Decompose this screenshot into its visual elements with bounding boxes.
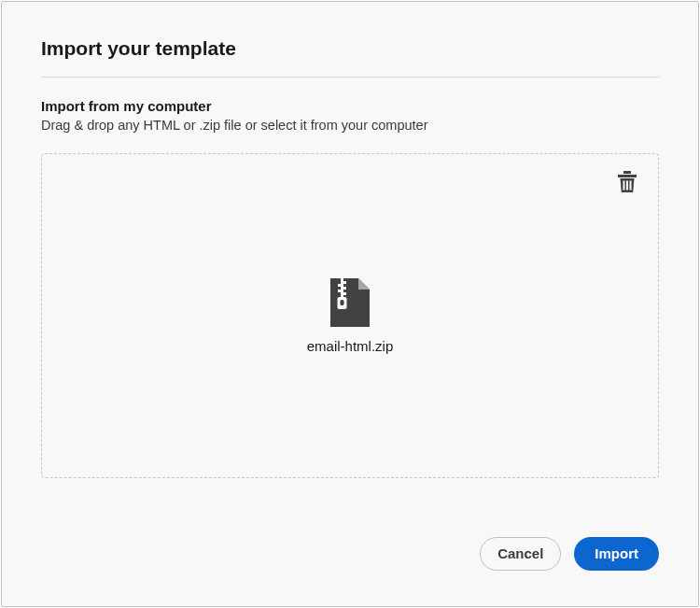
svg-rect-0 xyxy=(618,175,637,177)
svg-rect-8 xyxy=(343,287,346,290)
dialog-title: Import your template xyxy=(41,37,659,60)
svg-rect-1 xyxy=(623,171,631,174)
dialog-footer: Cancel Import xyxy=(480,537,659,571)
delete-file-button[interactable] xyxy=(617,171,637,197)
section-description: Drag & drop any HTML or .zip file or sel… xyxy=(41,118,659,133)
svg-rect-5 xyxy=(341,278,343,297)
svg-rect-10 xyxy=(343,292,346,295)
svg-rect-3 xyxy=(626,181,628,191)
svg-rect-6 xyxy=(343,281,346,284)
zip-file-icon xyxy=(330,278,370,327)
svg-rect-7 xyxy=(338,284,341,287)
file-name: email-html.zip xyxy=(307,338,394,354)
svg-rect-9 xyxy=(338,290,341,292)
uploaded-file: email-html.zip xyxy=(307,278,394,354)
svg-rect-12 xyxy=(341,300,344,305)
divider xyxy=(41,77,659,78)
cancel-button[interactable]: Cancel xyxy=(480,537,561,571)
file-dropzone[interactable]: email-html.zip xyxy=(41,153,659,478)
svg-rect-4 xyxy=(630,181,632,191)
import-button[interactable]: Import xyxy=(574,537,659,571)
svg-rect-2 xyxy=(623,181,625,191)
section-title: Import from my computer xyxy=(41,98,659,114)
trash-icon xyxy=(617,171,637,193)
import-template-dialog: Import your template Import from my comp… xyxy=(1,1,699,607)
